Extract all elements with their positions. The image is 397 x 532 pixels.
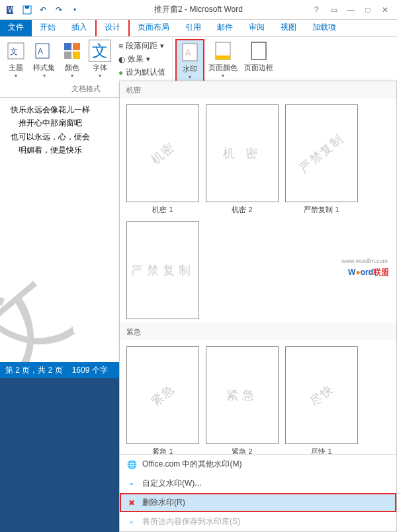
para-spacing-icon: ≡ [118,42,123,51]
word-count[interactable]: 1609 个字 [72,365,108,376]
section-confidential: 机密 [120,81,396,98]
menu-office-watermarks[interactable]: 🌐Office.com 中的其他水印(M) [120,455,396,474]
section-urgent: 紧急 [120,323,396,340]
tab-design[interactable]: 设计 [95,17,130,36]
delete-icon: ✖ [126,498,137,508]
watermark-icon: A [179,42,200,63]
tab-mailings[interactable]: 邮件 [209,19,241,36]
tab-file[interactable]: 文件 [0,19,32,36]
tab-addins[interactable]: 加载项 [304,19,344,36]
tab-view[interactable]: 视图 [273,19,304,36]
set-default-button[interactable]: ●设为默认值 [118,67,165,78]
group-label-doc-format: 文档格式 [71,84,101,95]
document-text[interactable]: 快乐永远会像花儿一样 推开心中那扇窗吧 也可以永远，心，便会 明媚着，便是快乐 [0,98,119,163]
para-spacing-button[interactable]: ≡段落间距 ▾ [118,40,165,52]
title-bar: W ↶ ↷ ▾ 推开窗2 - Microsoft Word ? ▭ — □ ✕ [0,0,397,20]
window-controls: ? ▭ — □ ✕ [308,3,397,17]
page-border-button[interactable]: 页面边框 [242,39,276,74]
menu-remove-watermark[interactable]: ✖删除水印(R) [120,493,396,512]
svg-text:A: A [185,48,191,57]
svg-rect-3 [25,6,29,9]
svg-rect-16 [251,42,266,59]
page-border-icon [248,40,269,61]
svg-text:W: W [8,5,16,15]
colors-button[interactable]: 颜色▾ [59,39,85,80]
watermark-option[interactable]: 紧急紧急 1 [126,346,199,454]
svg-rect-11 [73,52,80,59]
dropdown-menu: 🌐Office.com 中的其他水印(M) ▫自定义水印(W)... ✖删除水印… [120,454,396,531]
themes-button[interactable]: 文 主题▾ [3,39,29,80]
globe-icon: 🌐 [126,459,137,470]
check-icon: ● [118,68,123,77]
tab-review[interactable]: 审阅 [241,19,273,36]
watermark-option[interactable]: 机密机密 1 [126,104,199,215]
ribbon-opts-icon[interactable]: ▭ [326,3,341,17]
tab-home[interactable]: 开始 [32,19,64,36]
word-icon[interactable]: W [4,3,19,17]
svg-text:文: 文 [10,47,18,56]
brand-logo: W●ord联盟 [348,263,389,278]
svg-rect-15 [216,56,230,59]
colors-icon [62,40,83,61]
svg-rect-10 [64,52,71,59]
save-icon[interactable] [20,3,34,17]
menu-save-selection: ▫将所选内容保存到水印库(S) [120,512,396,531]
effects-button[interactable]: ◐效果 ▾ [118,54,165,65]
tab-references[interactable]: 引用 [177,19,209,36]
svg-text:A: A [38,47,43,56]
window-title: 推开窗2 - Microsoft Word [154,4,243,15]
fonts-icon: 文 [89,40,110,61]
brand-o: ● [355,268,360,277]
quick-access-toolbar: W ↶ ↷ ▾ [0,3,82,17]
styleset-button[interactable]: A 样式集▾ [30,39,58,80]
fonts-button[interactable]: 文 字体▾ [87,39,113,80]
page-status[interactable]: 第 2 页，共 2 页 [5,365,63,376]
page-color-icon [212,40,234,61]
effects-icon: ◐ [118,55,125,64]
themes-icon: 文 [5,40,26,61]
svg-rect-8 [64,43,71,50]
gallery-confidential: 机密机密 1机 密机密 2严禁复制严禁复制 1严禁复制严禁复制 2 [120,98,396,323]
watermark-dropdown: 机密 机密机密 1机 密机密 2严禁复制严禁复制 1严禁复制严禁复制 2 紧急 … [119,81,397,532]
styleset-icon: A [34,40,55,61]
redo-icon[interactable]: ↷ [52,3,66,17]
undo-icon[interactable]: ↶ [36,3,50,17]
save-lib-icon: ▫ [126,517,137,527]
svg-rect-9 [73,43,80,50]
minimize-icon[interactable]: — [343,3,359,17]
watermark-option[interactable]: 机 密机密 2 [206,104,279,215]
watermark-option[interactable]: 严禁复制严禁复制 2 [126,221,199,323]
close-icon[interactable]: ✕ [377,3,393,17]
watermark-button[interactable]: A 水印▾ [175,39,204,83]
menu-custom-watermark[interactable]: ▫自定义水印(W)... [120,474,396,493]
page-icon: ▫ [126,478,137,489]
qat-dropdown-icon[interactable]: ▾ [67,3,82,17]
maximize-icon[interactable]: □ [360,3,376,17]
watermark-option[interactable]: 尽快尽快 1 [285,346,358,454]
watermark-option[interactable]: 严禁复制严禁复制 1 [285,104,358,215]
page-color-button[interactable]: 页面颜色▾ [206,39,240,80]
watermark-option[interactable]: 紧急紧急 2 [206,346,279,454]
tab-layout[interactable]: 页面布局 [130,19,177,36]
gallery-urgent: 紧急紧急 1紧急紧急 2尽快尽快 1 [120,340,396,454]
help-icon[interactable]: ? [308,3,324,17]
ribbon-tabs: 文件 开始 插入 设计 页面布局 引用 邮件 审阅 视图 加载项 [0,20,397,37]
tab-insert[interactable]: 插入 [64,19,95,36]
